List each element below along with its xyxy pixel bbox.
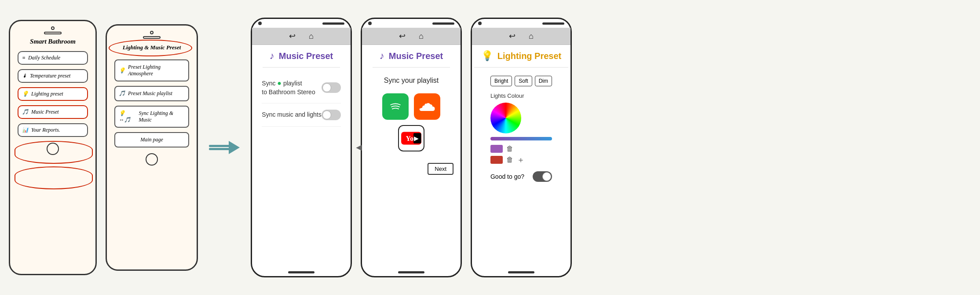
- dp3-home-icon[interactable]: ⌂: [529, 32, 534, 41]
- dp1-nav: ↩ ⌂: [252, 28, 351, 45]
- preset-music-label: Preset Music playlist: [128, 90, 172, 97]
- dp1-music-icon: ♪: [270, 50, 274, 62]
- soft-button[interactable]: Soft: [515, 76, 532, 86]
- sketch-camera-1: [51, 26, 55, 30]
- sketch-phone-1: Smart Bathroom ≡ Daily Schedule 🌡 Temper…: [9, 20, 97, 275]
- swatch-delete-1[interactable]: 🗑: [506, 145, 513, 153]
- dp3-nav: ↩ ⌂: [472, 28, 570, 45]
- swatch-row-2: 🗑 ＋: [490, 155, 552, 165]
- dp2-content: Sync your playlist: [362, 68, 461, 269]
- sketch-title-1: Smart Bathroom: [30, 38, 76, 45]
- dp3-title: Lighting Preset: [497, 51, 562, 61]
- dp3-camera: [478, 22, 482, 25]
- dp3-top: [472, 19, 570, 28]
- sync-icon: 💡↔🎵: [119, 110, 136, 123]
- youtube-icon[interactable]: You ▶: [398, 125, 424, 151]
- light-icon: 💡: [22, 91, 29, 97]
- digital-phone-3: ↩ ⌂ 💡 Lighting Preset Bright Soft Dim Li…: [471, 18, 572, 277]
- dp2-next-button[interactable]: Next: [428, 163, 453, 175]
- dp1-home-icon[interactable]: ⌂: [309, 32, 314, 41]
- svg-text:▶: ▶: [414, 136, 419, 142]
- dp3-back-icon[interactable]: ↩: [509, 31, 516, 41]
- bright-button[interactable]: Bright: [490, 76, 512, 86]
- soundcloud-icon[interactable]: [414, 93, 440, 120]
- dp1-top: [252, 19, 351, 28]
- sketch-item-temp[interactable]: 🌡 Temperature preset: [18, 69, 88, 83]
- dp3-content: Bright Soft Dim Lights Colour 🗑 🗑 ＋: [483, 68, 559, 269]
- dp1-toggle-knob-lights: [322, 111, 331, 119]
- colour-wheel[interactable]: [490, 103, 521, 133]
- schedule-label: Daily Schedule: [28, 55, 60, 61]
- good-to-go-toggle[interactable]: [533, 171, 552, 182]
- sketch-item-schedule[interactable]: ≡ Daily Schedule: [18, 51, 88, 65]
- dp1-bottom-bar: [288, 271, 314, 273]
- swatch-add-button[interactable]: ＋: [517, 155, 525, 165]
- sketch-home-btn-1[interactable]: [47, 143, 59, 155]
- reports-label: Your Reports.: [31, 127, 60, 133]
- svg-marker-2: [229, 141, 240, 154]
- dp2-nav: ↩ ⌂: [362, 28, 461, 45]
- dp1-row-lights: Sync music and lights: [262, 103, 340, 127]
- sketch-item-music[interactable]: 🎵 Music Preset: [18, 105, 88, 119]
- preset-light-icon: 💡: [119, 67, 125, 74]
- dp2-top: [362, 19, 461, 28]
- sketch-item-reports[interactable]: 📊 Your Reports.: [18, 123, 88, 137]
- sync-prefix: Sync: [262, 80, 277, 87]
- lights-colour-label: Lights Colour: [490, 92, 552, 99]
- sync-label: Sync Lighting & Music: [139, 110, 185, 123]
- swatch-red[interactable]: [490, 156, 503, 164]
- sketch-camera-2: [150, 31, 154, 34]
- swatch-delete-2[interactable]: 🗑: [506, 156, 513, 164]
- dp3-preset-buttons: Bright Soft Dim: [490, 76, 552, 86]
- dp1-lights-text: Sync music and lights: [262, 111, 321, 119]
- dp2-speaker: [432, 22, 454, 25]
- dp1-header: ♪ Music Preset: [263, 45, 340, 68]
- dim-button[interactable]: Dim: [535, 76, 552, 86]
- temp-icon: 🌡: [22, 73, 27, 79]
- dp1-toggle-lights[interactable]: [322, 110, 341, 120]
- sync-spotify-icon: ●: [277, 79, 282, 87]
- preset-light-label: Preset Lighting Atmosphere: [128, 64, 185, 77]
- svg-rect-1: [209, 148, 230, 150]
- dp1-toggle-knob-sync: [322, 83, 331, 92]
- sketch-item-lighting[interactable]: 💡 Lighting preset: [18, 87, 88, 101]
- svg-point-3: [388, 99, 403, 114]
- dp2-music-icon: ♪: [380, 50, 384, 62]
- transition-arrow: [207, 139, 242, 156]
- dp2-camera: [368, 22, 372, 25]
- sketch-section-music[interactable]: 🎵 Preset Music playlist: [114, 86, 189, 101]
- dp1-content: Sync ● playlistto Bathroom Stereo Sync m…: [255, 68, 347, 269]
- dp1-title: Music Preset: [279, 51, 333, 61]
- sketch-section-sync[interactable]: 💡↔🎵 Sync Lighting & Music: [114, 106, 189, 128]
- sketch-section-main[interactable]: Main page: [114, 132, 189, 148]
- sketch-home-btn-2[interactable]: [146, 153, 158, 166]
- temp-label: Temperature preset: [30, 73, 70, 79]
- sketch-section-lighting[interactable]: 💡 Preset Lighting Atmosphere: [114, 59, 189, 81]
- spotify-icon[interactable]: [382, 93, 409, 120]
- sketch-title-2: Lighting & Music Preset: [112, 44, 191, 51]
- schedule-icon: ≡: [22, 55, 26, 61]
- arrow-svg: [209, 139, 240, 156]
- digital-phone-2: ↩ ⌂ ♪ Music Preset Sync your playlist: [361, 18, 462, 277]
- sketch-phone-2: Lighting & Music Preset 💡 Preset Lightin…: [106, 24, 198, 271]
- dp2-sync-label: Sync your playlist: [369, 72, 453, 89]
- dp2-side-arrow[interactable]: ◄: [354, 142, 364, 153]
- dp2-back-icon[interactable]: ↩: [399, 31, 406, 41]
- music-icon: 🎵: [22, 109, 29, 115]
- dp2-services-grid: You ▶: [369, 89, 453, 156]
- main-container: Smart Bathroom ≡ Daily Schedule 🌡 Temper…: [0, 0, 980, 295]
- colour-swatches: 🗑 🗑 ＋: [490, 145, 552, 165]
- dp1-row-sync: Sync ● playlistto Bathroom Stereo: [262, 72, 340, 103]
- colour-slider[interactable]: [490, 137, 552, 140]
- dp1-toggle-sync[interactable]: [322, 82, 341, 93]
- dp1-back-icon[interactable]: ↩: [289, 31, 296, 41]
- good-to-go-row: Good to go?: [490, 171, 552, 182]
- dp3-bottom-bar: [508, 271, 534, 273]
- dp3-speaker: [542, 22, 564, 25]
- svg-rect-0: [209, 145, 230, 147]
- good-to-go-label: Good to go?: [490, 173, 524, 180]
- digital-phone-1: ↩ ⌂ ♪ Music Preset Sync ● playlistto Bat…: [251, 18, 352, 277]
- swatch-purple[interactable]: [490, 145, 503, 153]
- dp3-header: 💡 Lighting Preset: [474, 45, 569, 68]
- dp2-home-icon[interactable]: ⌂: [419, 32, 424, 41]
